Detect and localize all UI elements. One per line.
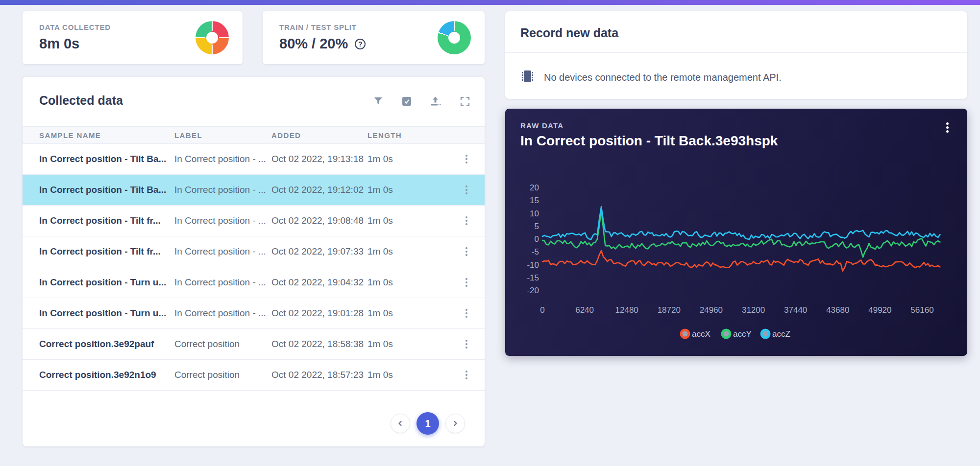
table-row[interactable]: In Correct position - Turn u...In Correc… <box>23 267 485 298</box>
sample-name-cell: Correct position.3e92pauf <box>39 339 174 350</box>
table-header: SAMPLE NAME LABEL ADDED LENGTH <box>23 126 485 144</box>
x-axis-tick: 49920 <box>868 305 891 315</box>
x-axis-tick: 31200 <box>742 305 765 315</box>
added-cell: Oct 02 2022, 19:13:18 <box>271 154 368 164</box>
data-collected-value: 8m 0s <box>39 36 79 52</box>
filter-icon[interactable] <box>373 96 383 106</box>
collected-data-panel: Collected data SAMPLE NAME LABEL ADDED L… <box>23 77 485 446</box>
column-header-length: LENGTH <box>368 131 448 140</box>
sample-name-cell: Correct position.3e92n1o9 <box>39 370 174 380</box>
row-menu-icon[interactable] <box>464 338 469 350</box>
y-axis-tick: -15 <box>527 273 539 282</box>
data-collected-label: DATA COLLECTED <box>39 23 111 31</box>
donut-hole <box>448 32 460 44</box>
help-icon[interactable]: ? <box>355 39 366 49</box>
series-line-accX <box>542 251 940 271</box>
x-axis-tick: 18720 <box>658 305 681 315</box>
sample-name-cell: In Correct position - Tilt fr... <box>39 215 174 226</box>
label-cell: In Correct position - ... <box>174 308 271 319</box>
y-axis-tick: 0 <box>535 234 539 244</box>
label-cell: Correct position <box>174 370 271 380</box>
legend-label-accX[interactable]: accX <box>692 329 710 339</box>
expand-icon[interactable] <box>460 96 470 106</box>
upload-icon[interactable] <box>430 96 441 106</box>
table-row[interactable]: In Correct position - Tilt Ba...In Corre… <box>23 144 485 175</box>
current-page-button[interactable]: 1 <box>416 412 439 435</box>
sample-name-cell: In Correct position - Tilt Ba... <box>39 154 174 164</box>
column-header-added: ADDED <box>271 131 368 140</box>
row-menu-icon[interactable] <box>464 369 469 381</box>
table-row[interactable]: Correct position.3e92paufCorrect positio… <box>23 329 485 360</box>
collected-data-title: Collected data <box>39 93 123 108</box>
added-cell: Oct 02 2022, 19:01:28 <box>271 308 368 319</box>
sample-name-cell: In Correct position - Tilt fr... <box>39 246 174 257</box>
added-cell: Oct 02 2022, 19:12:02 <box>271 185 368 195</box>
previous-page-button[interactable] <box>391 414 410 433</box>
collected-data-toolbar <box>373 96 470 106</box>
kebab-menu-icon[interactable] <box>944 120 951 135</box>
x-axis-tick: 0 <box>540 305 544 315</box>
table-row[interactable]: In Correct position - Turn u...In Correc… <box>23 298 485 329</box>
label-cell: In Correct position - ... <box>174 215 271 226</box>
label-cell: In Correct position - ... <box>174 154 271 164</box>
row-menu-icon[interactable] <box>464 214 469 227</box>
series-line-accY <box>542 210 940 257</box>
y-axis-tick: 15 <box>530 196 539 205</box>
next-page-button[interactable] <box>445 414 465 433</box>
device-status-row: No devices connected to the remote manag… <box>520 69 782 86</box>
added-cell: Oct 02 2022, 19:08:48 <box>271 215 368 226</box>
length-cell: 1m 0s <box>368 370 448 380</box>
train-test-split-value: 80% / 20% ? <box>279 36 366 52</box>
table-row[interactable]: In Correct position - Tilt fr...In Corre… <box>23 236 485 267</box>
y-axis-tick: -5 <box>532 247 539 256</box>
row-menu-icon[interactable] <box>464 245 469 258</box>
device-status-message: No devices connected to the remote manag… <box>544 72 782 83</box>
row-menu-icon[interactable] <box>464 276 469 289</box>
table-row[interactable]: Correct position.3e92n1o9Correct positio… <box>23 360 485 391</box>
table-body: In Correct position - Tilt Ba...In Corre… <box>23 144 485 391</box>
y-axis-tick: 10 <box>530 209 539 218</box>
y-axis-tick: -10 <box>527 260 539 270</box>
x-axis-tick: 56160 <box>910 305 933 315</box>
data-collected-card: DATA COLLECTED 8m 0s <box>23 11 243 64</box>
raw-data-eyebrow: RAW DATA <box>520 121 564 130</box>
column-header-label: LABEL <box>174 131 271 140</box>
legend-swatch-accZ[interactable] <box>761 330 769 338</box>
raw-data-panel: RAW DATA In Correct position - Tilt Back… <box>505 109 967 356</box>
raw-data-sample-title: In Correct position - Tilt Back.3e93hspk <box>520 133 778 149</box>
x-axis-tick: 24960 <box>700 305 723 315</box>
row-menu-icon[interactable] <box>464 307 469 320</box>
row-menu-icon[interactable] <box>464 184 469 196</box>
length-cell: 1m 0s <box>368 308 448 319</box>
x-axis-tick: 6240 <box>575 305 594 315</box>
legend-swatch-accY[interactable] <box>722 330 730 338</box>
train-test-split-card: TRAIN / TEST SPLIT 80% / 20% ? <box>263 11 485 64</box>
data-collected-pie-chart <box>196 21 229 54</box>
record-new-data-panel: Record new data No devices connected to … <box>505 11 967 99</box>
microchip-icon <box>520 69 534 86</box>
added-cell: Oct 02 2022, 18:57:23 <box>271 370 368 380</box>
raw-data-chart[interactable]: 20151050-5-10-15-20062401248018720249603… <box>520 172 956 349</box>
panel-divider <box>505 52 967 53</box>
column-header-sample-name: SAMPLE NAME <box>39 131 174 140</box>
train-test-split-donut-chart <box>438 21 471 54</box>
sample-name-cell: In Correct position - Turn u... <box>39 308 174 319</box>
length-cell: 1m 0s <box>368 339 448 350</box>
length-cell: 1m 0s <box>368 185 448 195</box>
legend-swatch-accX[interactable] <box>681 330 689 338</box>
length-cell: 1m 0s <box>368 154 448 164</box>
select-all-icon[interactable] <box>402 96 412 106</box>
row-menu-icon[interactable] <box>464 153 469 165</box>
y-axis-tick: 20 <box>530 183 539 192</box>
label-cell: In Correct position - ... <box>174 277 271 288</box>
length-cell: 1m 0s <box>368 215 448 226</box>
label-cell: In Correct position - ... <box>174 246 271 257</box>
top-accent-bar <box>0 0 980 5</box>
table-row[interactable]: In Correct position - Tilt Ba...In Corre… <box>23 175 485 206</box>
added-cell: Oct 02 2022, 19:07:33 <box>271 246 368 257</box>
x-axis-tick: 43680 <box>826 305 849 315</box>
table-row[interactable]: In Correct position - Tilt fr...In Corre… <box>23 206 485 236</box>
legend-label-accZ[interactable]: accZ <box>772 329 790 339</box>
legend-label-accY[interactable]: accY <box>733 329 752 339</box>
record-new-data-title: Record new data <box>520 26 618 40</box>
